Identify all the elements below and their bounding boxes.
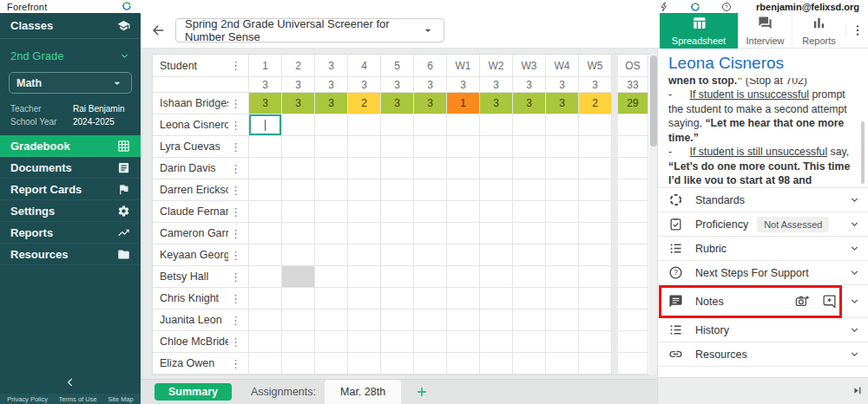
grade-cell[interactable] (381, 201, 414, 223)
grade-cell[interactable] (480, 179, 513, 201)
grade-cell[interactable] (546, 244, 579, 266)
grade-cell[interactable] (579, 353, 612, 375)
student-name-cell[interactable]: Ishaan Bridges⋮ (153, 93, 249, 114)
sidebar-item-settings[interactable]: Settings (0, 200, 141, 222)
grade-cell[interactable] (381, 223, 414, 244)
more-menu-button[interactable] (845, 23, 868, 37)
column-menu-icon[interactable]: ⋮ (228, 59, 243, 72)
student-name-cell[interactable]: Juanita Leon⋮ (153, 310, 249, 331)
column-header-3[interactable]: 3 (315, 55, 348, 77)
row-menu-icon[interactable]: ⋮ (228, 249, 243, 262)
grade-cell[interactable] (513, 353, 546, 375)
column-header-6[interactable]: 6 (414, 55, 447, 77)
grade-cell[interactable] (315, 179, 348, 201)
row-menu-icon[interactable]: ⋮ (228, 357, 243, 370)
os-cell[interactable] (618, 114, 648, 136)
grade-cell[interactable] (315, 353, 348, 375)
grade-cell[interactable] (513, 201, 546, 223)
grade-cell[interactable] (579, 310, 612, 331)
grade-cell[interactable] (315, 244, 348, 266)
row-menu-icon[interactable]: ⋮ (228, 205, 243, 218)
student-name-cell[interactable]: Darin Davis⋮ (153, 158, 249, 179)
grade-cell[interactable] (348, 114, 381, 136)
grade-cell[interactable] (414, 201, 447, 223)
grade-cell[interactable] (513, 244, 546, 266)
section-next-steps-for-support[interactable]: ?Next Steps For Support (658, 261, 868, 285)
grade-cell[interactable] (579, 136, 612, 158)
os-cell[interactable] (618, 353, 648, 375)
collapse-panel-icon[interactable] (851, 384, 864, 397)
tab-reports[interactable]: Reports (792, 13, 845, 49)
student-name-cell[interactable]: Eliza Owen⋮ (153, 353, 249, 375)
os-cell[interactable] (618, 136, 648, 158)
tab-interview[interactable]: Interview (738, 13, 792, 49)
grade-cell[interactable] (579, 244, 612, 266)
grade-cell[interactable] (381, 266, 414, 288)
grade-cell[interactable] (513, 223, 546, 244)
grade-cell[interactable] (381, 179, 414, 201)
grade-cell[interactable]: 2 (579, 93, 612, 114)
tab-spreadsheet[interactable]: Spreadsheet (660, 13, 738, 49)
row-menu-icon[interactable]: ⋮ (228, 162, 243, 175)
grade-cell[interactable] (414, 158, 447, 179)
grade-cell[interactable] (282, 288, 315, 310)
grade-cell[interactable] (513, 288, 546, 310)
grade-cell[interactable] (447, 266, 480, 288)
grade-cell[interactable] (315, 158, 348, 179)
grade-cell[interactable] (414, 353, 447, 375)
grade-cell[interactable] (447, 223, 480, 244)
grade-cell[interactable] (414, 266, 447, 288)
grade-cell[interactable] (546, 136, 579, 158)
grade-cell[interactable] (249, 244, 282, 266)
grade-cell[interactable]: 3 (480, 93, 513, 114)
grade-cell[interactable] (249, 201, 282, 223)
sidebar-item-classes[interactable]: Classes (0, 13, 141, 39)
grade-cell[interactable] (513, 179, 546, 201)
grade-cell[interactable] (546, 114, 579, 136)
row-menu-icon[interactable]: ⋮ (228, 314, 243, 327)
grade-cell[interactable] (249, 179, 282, 201)
os-cell[interactable] (618, 266, 648, 288)
footer-link-site-map[interactable]: Site Map (108, 395, 134, 403)
column-header-w5[interactable]: W5 (579, 55, 612, 77)
grade-cell[interactable] (447, 288, 480, 310)
grade-cell[interactable] (480, 223, 513, 244)
sidebar-item-documents[interactable]: Documents (0, 157, 141, 179)
grade-cell[interactable] (282, 136, 315, 158)
grade-cell[interactable] (315, 288, 348, 310)
os-cell[interactable] (618, 201, 648, 223)
grade-cell[interactable] (249, 158, 282, 179)
grade-cell[interactable] (315, 331, 348, 353)
notes-scrollbar[interactable] (861, 121, 865, 184)
grade-cell[interactable] (282, 310, 315, 331)
add-note-button[interactable] (822, 294, 837, 309)
grade-cell[interactable] (249, 114, 282, 136)
grade-cell[interactable] (348, 310, 381, 331)
grade-cell[interactable] (546, 179, 579, 201)
back-button[interactable] (151, 23, 167, 38)
os-cell[interactable]: 29 (618, 93, 648, 114)
grade-cell[interactable] (315, 266, 348, 288)
grade-cell[interactable] (546, 288, 579, 310)
grade-cell[interactable] (414, 223, 447, 244)
grade-cell[interactable] (381, 114, 414, 136)
section-standards[interactable]: Standards (658, 188, 868, 212)
grade-cell[interactable] (480, 201, 513, 223)
grade-cell[interactable] (447, 158, 480, 179)
sidebar-collapse-button[interactable] (0, 372, 141, 393)
row-menu-icon[interactable]: ⋮ (228, 184, 243, 197)
grade-cell[interactable] (282, 266, 315, 288)
grade-cell[interactable]: 3 (282, 93, 315, 114)
grade-cell[interactable] (480, 244, 513, 266)
student-name-cell[interactable]: Keyaan George⋮ (153, 244, 249, 266)
section-proficiency[interactable]: ProficiencyNot Assessed (658, 212, 868, 237)
bolt-button[interactable] (659, 2, 669, 12)
grade-cell[interactable] (447, 114, 480, 136)
os-cell[interactable] (618, 310, 648, 331)
sidebar-item-gradebook[interactable]: Gradebook (0, 135, 141, 157)
grade-cell[interactable] (381, 331, 414, 353)
grade-cell[interactable] (348, 158, 381, 179)
grade-cell[interactable] (513, 136, 546, 158)
grid-scrollbar-thumb[interactable] (650, 55, 657, 147)
os-cell[interactable] (618, 158, 648, 179)
